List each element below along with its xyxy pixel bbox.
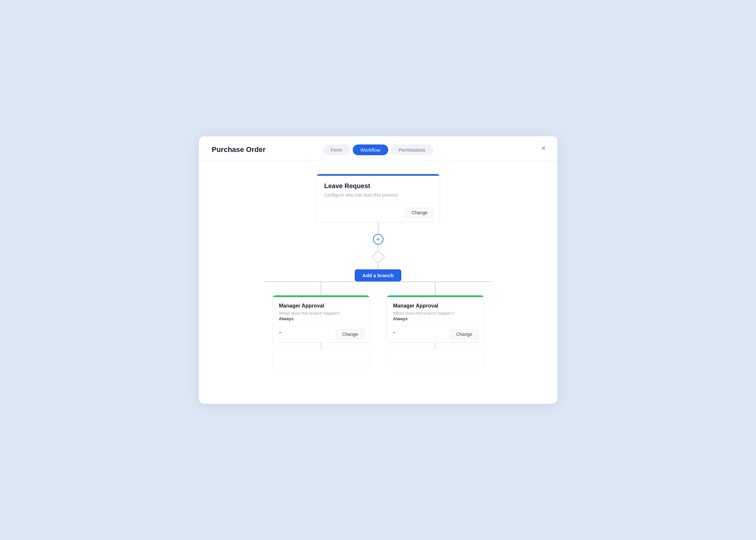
branch-right-vert-line: [435, 282, 436, 295]
manager-card-left-footer: ⌃ Change: [273, 326, 370, 342]
close-button[interactable]: ×: [542, 145, 546, 152]
add-branch-button[interactable]: Add a branch: [355, 269, 402, 281]
tab-workflow[interactable]: Workflow: [352, 144, 388, 155]
manager-card-left-change-button[interactable]: Change: [336, 329, 364, 339]
branch-right-bottom-line: [435, 343, 436, 348]
branch-left-bottom-line: [321, 343, 321, 348]
tab-permissions[interactable]: Permissions: [391, 144, 433, 155]
branch-right-col: Manager Approval When does this branch h…: [378, 282, 492, 368]
connector-line-2: [378, 245, 378, 250]
modal-header: Purchase Order Form Workflow Permissions…: [199, 136, 558, 161]
connector-line-3: [378, 264, 378, 269]
manager-card-right-change-button[interactable]: Change: [450, 329, 478, 339]
branch-columns: Manager Approval When does this branch h…: [264, 282, 492, 368]
leave-request-title: Leave Request: [324, 182, 432, 190]
add-step-button[interactable]: +: [373, 234, 383, 245]
manager-card-right: Manager Approval When does this branch h…: [386, 295, 484, 343]
branch-left-vert-line: [321, 282, 321, 295]
leave-request-card: Leave Request Configure who can start th…: [316, 174, 440, 222]
modal-title: Purchase Order: [212, 145, 266, 154]
branch-diamond: [371, 250, 385, 264]
modal-body: Leave Request Configure who can start th…: [199, 161, 558, 368]
branch-area: Manager Approval When does this branch h…: [218, 281, 538, 368]
manager-card-left-always: Always: [279, 316, 363, 321]
tab-form[interactable]: Form: [323, 144, 350, 155]
manager-card-right-title: Manager Approval: [393, 303, 477, 309]
leave-request-card-footer: Change: [316, 203, 440, 222]
manager-card-right-sub: When does this branch happen?: [393, 311, 477, 316]
manager-card-right-footer: ⌃ Change: [387, 326, 484, 342]
tabs-container: Form Workflow Permissions: [323, 144, 433, 155]
manager-card-left-body: Manager Approval When does this branch h…: [273, 297, 370, 321]
connector-line-1: [378, 222, 378, 234]
leave-request-change-button[interactable]: Change: [405, 208, 434, 217]
collapse-icon-left[interactable]: ⌃: [278, 331, 283, 338]
overflow-card-stub-right: [386, 348, 484, 368]
manager-card-left: Manager Approval When does this branch h…: [272, 295, 370, 343]
flow-section: Leave Request Configure who can start th…: [316, 174, 440, 281]
overflow-card-stub-left: [272, 348, 370, 368]
leave-request-card-body: Leave Request Configure who can start th…: [316, 176, 440, 198]
branch-left-col: Manager Approval When does this branch h…: [264, 282, 378, 368]
manager-card-left-sub: When does this branch happen?: [279, 311, 363, 316]
collapse-icon-right[interactable]: ⌃: [392, 331, 397, 338]
leave-request-subtitle: Configure who can start this process: [324, 193, 432, 198]
manager-card-right-body: Manager Approval When does this branch h…: [387, 297, 484, 321]
diamond-wrapper: [371, 250, 385, 264]
modal: Purchase Order Form Workflow Permissions…: [199, 136, 558, 404]
manager-card-left-title: Manager Approval: [279, 303, 363, 309]
manager-card-right-always: Always: [393, 316, 477, 321]
